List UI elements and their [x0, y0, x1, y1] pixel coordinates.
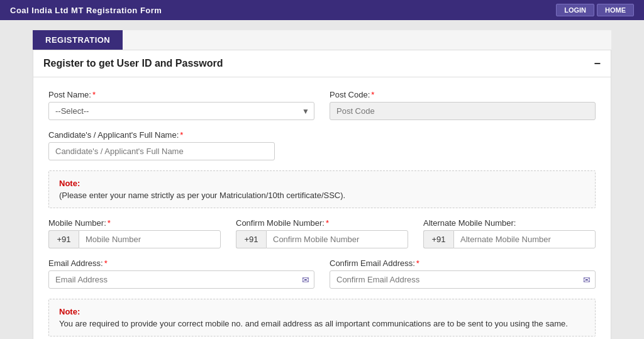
registration-tab[interactable]: REGISTRATION [33, 30, 123, 50]
alternate-mobile-input-row: +91 [423, 230, 596, 248]
alternate-mobile-country-code: +91 [423, 230, 453, 248]
collapse-button[interactable]: − [594, 58, 601, 69]
mobile-number-group: Mobile Number:* +91 [48, 218, 221, 248]
alternate-mobile-group: Alternate Mobile Number: +91 [423, 218, 596, 248]
email-input[interactable] [48, 270, 314, 289]
alternate-mobile-input[interactable] [453, 230, 596, 248]
form-body: Post Name:* --Select-- ▼ Post Code:* [33, 77, 611, 339]
confirm-mobile-country-code: +91 [236, 230, 266, 248]
email-group: Email Address:* ✉ [48, 258, 314, 289]
mobile-number-input-row: +91 [48, 230, 221, 248]
mobile-numbers-row: Mobile Number:* +91 Confirm Mobile Numbe… [48, 218, 596, 248]
candidate-name-group: Candidate's / Applicant's Full Name:* [48, 130, 275, 160]
confirm-email-input-wrapper: ✉ [330, 270, 596, 289]
mobile-number-input[interactable] [79, 230, 221, 248]
candidate-name-label: Candidate's / Applicant's Full Name:* [48, 130, 275, 140]
confirm-mobile-input[interactable] [266, 230, 408, 248]
confirm-mobile-label: Confirm Mobile Number:* [236, 218, 408, 228]
top-bar-buttons: LOGIN HOME [556, 4, 634, 16]
top-bar: Coal India Ltd MT Registration Form LOGI… [0, 0, 644, 20]
note1-text: (Please enter your name strictly as per … [59, 191, 585, 200]
confirm-mobile-group: Confirm Mobile Number:* +91 [236, 218, 408, 248]
post-code-input[interactable] [330, 102, 596, 120]
note2-title: Note: [59, 307, 585, 316]
note2-text: You are required to provide your correct… [59, 319, 585, 328]
section-header: Register to get User ID and Password − [33, 50, 611, 77]
post-name-postcode-row: Post Name:* --Select-- ▼ Post Code:* [48, 90, 596, 120]
confirm-email-group: Confirm Email Address:* ✉ [330, 258, 596, 289]
note1-title: Note: [59, 179, 585, 188]
app-title: Coal India Ltd MT Registration Form [10, 6, 162, 15]
main-container: REGISTRATION Register to get User ID and… [33, 30, 611, 339]
post-code-group: Post Code:* [330, 90, 596, 120]
post-name-select-wrapper: --Select-- ▼ [48, 102, 314, 120]
mobile-country-code: +91 [48, 230, 79, 248]
candidate-name-input[interactable] [48, 142, 275, 160]
email-input-wrapper: ✉ [48, 270, 314, 289]
note-box-2: Note: You are required to provide your c… [48, 299, 596, 336]
mobile-number-label: Mobile Number:* [48, 218, 221, 228]
post-name-select[interactable]: --Select-- [48, 102, 314, 120]
confirm-mobile-input-row: +91 [236, 230, 408, 248]
page-wrapper: REGISTRATION Register to get User ID and… [0, 20, 644, 339]
candidate-name-row: Candidate's / Applicant's Full Name:* [48, 130, 596, 160]
alternate-mobile-label: Alternate Mobile Number: [423, 218, 596, 228]
confirm-email-label: Confirm Email Address:* [330, 258, 596, 268]
section-title: Register to get User ID and Password [43, 58, 223, 69]
post-name-label: Post Name:* [48, 90, 314, 99]
email-row: Email Address:* ✉ Confirm Email Address:… [48, 258, 596, 289]
post-code-label: Post Code:* [330, 90, 596, 99]
note-box-1: Note: (Please enter your name strictly a… [48, 170, 596, 208]
confirm-email-input[interactable] [330, 270, 596, 289]
email-label: Email Address:* [48, 258, 314, 268]
login-button[interactable]: LOGIN [556, 4, 594, 16]
post-name-group: Post Name:* --Select-- ▼ [48, 90, 314, 120]
home-button[interactable]: HOME [597, 4, 634, 16]
